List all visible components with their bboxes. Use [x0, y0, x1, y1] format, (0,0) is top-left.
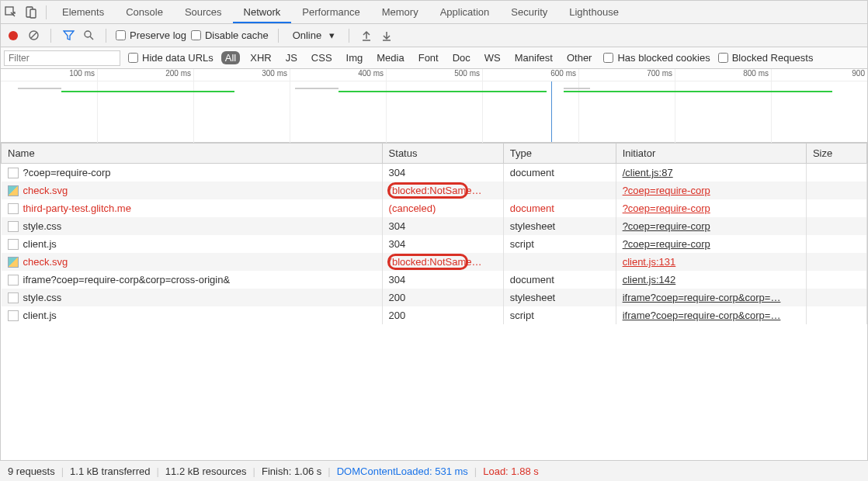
type-filter-ws[interactable]: WS [481, 51, 505, 64]
timeline-tick: 700 ms [647, 69, 675, 78]
request-status: 200 [389, 292, 406, 303]
tab-network[interactable]: Network [233, 2, 292, 23]
disable-cache-checkbox[interactable]: Disable cache [191, 29, 269, 41]
column-name[interactable]: Name [2, 144, 383, 164]
timeline-tick: 800 ms [743, 69, 771, 78]
waterfall-overview[interactable]: 100 ms200 ms300 ms400 ms500 ms600 ms700 … [1, 69, 867, 143]
table-row[interactable]: client.js304script?coep=require-corp [2, 235, 867, 253]
table-row[interactable]: ?coep=require-corp304document/client.js:… [2, 164, 867, 182]
column-initiator[interactable]: Initiator [616, 144, 806, 164]
inspect-element-icon[interactable] [1, 2, 21, 23]
table-row[interactable]: check.svg(blocked:NotSame…client.js:131 [2, 253, 867, 271]
type-filter-font[interactable]: Font [415, 51, 443, 64]
document-file-icon [8, 239, 19, 250]
request-initiator[interactable]: /client.js:87 [623, 167, 673, 178]
request-initiator[interactable]: ?coep=require-corp [623, 185, 710, 196]
request-initiator[interactable]: ?coep=require-corp [623, 238, 710, 250]
request-status: 304 [389, 238, 406, 250]
table-row[interactable]: third-party-test.glitch.me(canceled)docu… [2, 199, 867, 217]
record-button[interactable] [5, 28, 21, 43]
table-row[interactable]: client.js200scriptiframe?coep=require-co… [2, 306, 867, 324]
hide-data-urls-label: Hide data URLs [142, 52, 214, 64]
request-initiator[interactable]: iframe?coep=require-corp&corp=… [623, 310, 781, 321]
request-type: document [503, 164, 616, 182]
request-type: stylesheet [503, 217, 616, 235]
request-type: document [503, 271, 616, 289]
separator [349, 29, 349, 43]
type-filter-other[interactable]: Other [563, 51, 596, 64]
tab-memory[interactable]: Memory [371, 2, 429, 23]
hide-data-urls-checkbox[interactable]: Hide data URLs [128, 52, 214, 64]
timeline-tick: 100 ms [69, 69, 97, 78]
timeline-tick: 300 ms [262, 69, 290, 78]
request-type [503, 253, 616, 271]
table-row[interactable]: iframe?coep=require-corp&corp=cross-orig… [2, 271, 867, 289]
tab-lighthouse[interactable]: Lighthouse [558, 2, 630, 23]
column-size[interactable]: Size [806, 144, 866, 164]
search-icon[interactable] [81, 28, 96, 43]
request-name: iframe?coep=require-corp&corp=cross-orig… [23, 274, 231, 285]
request-size [806, 164, 866, 182]
type-filter-doc[interactable]: Doc [449, 51, 474, 64]
type-filter-xhr[interactable]: XHR [246, 51, 275, 64]
request-initiator[interactable]: ?coep=require-corp [623, 202, 710, 214]
upload-har-icon[interactable] [359, 28, 374, 43]
document-file-icon [8, 221, 19, 232]
table-row[interactable]: style.css200stylesheetiframe?coep=requir… [2, 289, 867, 306]
image-file-icon [8, 185, 19, 196]
request-status: (blocked:NotSame… [389, 185, 482, 196]
status-load: Load: 1.88 s [483, 465, 539, 477]
table-row[interactable]: style.css304stylesheet?coep=require-corp [2, 217, 867, 235]
timeline-tick: 500 ms [454, 69, 482, 78]
tab-security[interactable]: Security [500, 2, 558, 23]
tab-console[interactable]: Console [115, 2, 174, 23]
type-filter-manifest[interactable]: Manifest [511, 51, 557, 64]
request-status: 200 [389, 310, 406, 321]
tab-sources[interactable]: Sources [174, 2, 233, 23]
column-type[interactable]: Type [503, 144, 616, 164]
tab-performance[interactable]: Performance [291, 2, 370, 23]
has-blocked-cookies-label: Has blocked cookies [617, 52, 710, 64]
document-file-icon [8, 203, 19, 214]
preserve-log-label: Preserve log [130, 29, 186, 41]
clear-icon[interactable] [26, 28, 41, 43]
type-filter-img[interactable]: Img [342, 51, 367, 64]
request-initiator[interactable]: iframe?coep=require-corp&corp=… [623, 292, 781, 303]
tab-elements[interactable]: Elements [51, 2, 115, 23]
request-status: (canceled) [389, 202, 436, 214]
request-initiator[interactable]: client.js:131 [623, 256, 676, 268]
status-requests: 9 requests [8, 465, 55, 477]
type-filter-all[interactable]: All [221, 51, 240, 64]
type-filter-css[interactable]: CSS [307, 51, 336, 64]
request-name: style.css [23, 292, 62, 303]
filter-icon[interactable] [61, 28, 76, 43]
type-filter-js[interactable]: JS [282, 51, 301, 64]
svg-line-6 [90, 36, 93, 40]
throttling-select[interactable]: Online ▾ [288, 29, 340, 41]
timeline-tick: 200 ms [165, 69, 193, 78]
column-status[interactable]: Status [382, 144, 503, 164]
status-finish: Finish: 1.06 s [262, 465, 321, 477]
filter-input[interactable] [4, 50, 120, 66]
request-size [806, 306, 866, 324]
request-type: document [503, 199, 616, 217]
request-name: check.svg [23, 185, 68, 196]
type-filter-media[interactable]: Media [373, 51, 408, 64]
download-har-icon[interactable] [379, 28, 394, 43]
request-status: 304 [389, 220, 406, 232]
document-file-icon [8, 292, 19, 303]
svg-line-4 [31, 33, 36, 38]
blocked-requests-label: Blocked Requests [732, 52, 814, 64]
request-initiator[interactable]: client.js:142 [623, 274, 676, 285]
request-initiator[interactable]: ?coep=require-corp [623, 220, 710, 232]
table-row[interactable]: check.svg(blocked:NotSame…?coep=require-… [2, 182, 867, 199]
separator [50, 29, 51, 43]
preserve-log-checkbox[interactable]: Preserve log [116, 29, 186, 41]
device-toolbar-icon[interactable] [21, 2, 41, 23]
request-size [806, 253, 866, 271]
blocked-requests-checkbox[interactable]: Blocked Requests [718, 52, 814, 64]
separator [278, 29, 279, 43]
document-file-icon [8, 275, 19, 285]
has-blocked-cookies-checkbox[interactable]: Has blocked cookies [603, 52, 710, 64]
tab-application[interactable]: Application [429, 2, 501, 23]
